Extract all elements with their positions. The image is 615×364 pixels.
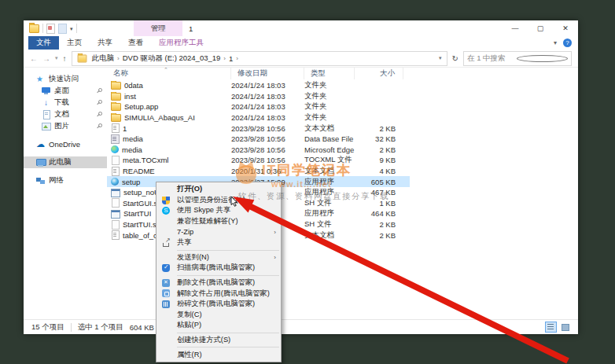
file-type: 应用程序 — [304, 187, 355, 197]
file-name: Setup.app — [124, 102, 158, 111]
file-date: 2023/9/28 10:56 — [231, 156, 304, 164]
selected-size: 604 KB — [130, 323, 154, 332]
sidebar-item-label: 网络 — [49, 175, 64, 186]
text-icon — [112, 167, 120, 176]
file-row[interactable]: meta.TOCxml2023/9/28 10:56TOCXML 文件9 KB — [107, 155, 578, 166]
scan-shield-icon — [162, 264, 170, 272]
context-menu-item[interactable]: 粉碎文件(腾讯电脑管家) — [157, 299, 281, 310]
refresh-icon[interactable]: ↻ — [447, 54, 463, 63]
search-input[interactable]: 在 1 中搜索 — [463, 51, 572, 66]
file-row[interactable]: media2023/9/28 10:56Microsoft Edge …2 KB — [107, 145, 578, 156]
title-bar: ▾ 管理 1 — ▢ ✕ — [24, 20, 578, 36]
sidebar-item[interactable]: 桌面 — [24, 85, 107, 97]
ribbon-tab[interactable]: 主页 — [59, 36, 90, 50]
context-menu-item[interactable]: 解除文件占用(腾讯电脑管家) — [157, 288, 281, 299]
file-row[interactable]: inst2024/1/24 18:03文件夹 — [107, 91, 578, 102]
text-icon — [112, 230, 120, 240]
file-type: SH 文件 — [304, 219, 355, 230]
context-menu-item[interactable]: 扫描病毒(腾讯电脑管家) — [157, 263, 281, 274]
file-row[interactable]: 0data2024/1/24 18:03文件夹 — [107, 80, 578, 91]
chevron-down-icon[interactable]: ▾ — [554, 39, 557, 46]
context-menu-item[interactable]: 兼容性疑难解答(Y) — [157, 216, 281, 227]
customize-qat-icon[interactable]: ▾ — [70, 26, 73, 31]
new-folder-icon[interactable] — [58, 24, 67, 34]
computer-icon — [36, 158, 45, 167]
manage-contextual-tab[interactable]: 管理 — [134, 20, 182, 36]
tab-file[interactable]: 文件 — [28, 36, 59, 50]
breadcrumb-segment[interactable]: DVD 驱动器 (E:) 2024_03_19 — [120, 53, 223, 64]
status-bar: 15 个项目 选中 1 个项目 604 KB — [24, 319, 578, 334]
file-icon — [112, 156, 120, 165]
details-view-button[interactable] — [545, 322, 557, 333]
sidebar-item[interactable]: 网络 — [24, 175, 107, 186]
ribbon-tab[interactable]: 查看 — [120, 36, 151, 50]
submenu-arrow-icon: › — [274, 229, 276, 236]
sidebar-item[interactable]: 文档 — [24, 108, 107, 120]
context-menu-item[interactable]: 创建快捷方式(S) — [157, 335, 281, 346]
file-name: StartTUI — [123, 209, 151, 218]
file-row[interactable]: media2023/9/28 10:56Data Base File32 KB — [107, 134, 578, 145]
sidebar-item[interactable]: ☁OneDrive — [24, 138, 107, 150]
context-menu-item[interactable]: 以管理员身份运行(A) — [157, 195, 281, 206]
sidebar-item[interactable]: 图片 — [24, 120, 107, 132]
maximize-button[interactable]: ▢ — [528, 20, 553, 36]
divider — [42, 24, 43, 33]
column-header-size[interactable]: 大小 — [355, 67, 403, 79]
ribbon-tabs: 文件 主页共享查看 应用程序工具 ▾ ? — [24, 36, 578, 50]
file-row[interactable]: README2020/1/31 0:36文本文档4 KB — [107, 166, 578, 177]
column-header-name[interactable]: ⌃ 名称 — [107, 67, 231, 79]
forward-icon[interactable]: → — [42, 54, 50, 63]
column-header-type[interactable]: 类型 — [304, 67, 355, 79]
context-menu-item[interactable]: 7-Zip› — [157, 226, 281, 237]
file-size: 2 KB — [355, 145, 403, 154]
context-menu-item[interactable]: 属性(R) — [157, 349, 281, 360]
search-placeholder: 在 1 中搜索 — [467, 53, 517, 64]
recent-locations-icon[interactable]: ▾ — [55, 55, 58, 61]
sidebar-item-label: 此电脑 — [49, 157, 72, 167]
thumbnail-view-button[interactable] — [559, 322, 571, 333]
tab-app-tools[interactable]: 应用程序工具 — [151, 36, 212, 50]
ribbon-tab-group: 主页共享查看 — [59, 36, 151, 50]
column-header-date[interactable]: 修改日期 — [231, 67, 304, 79]
file-row[interactable]: 12023/9/28 10:56文本文档2 KB — [107, 123, 578, 134]
context-menu-item[interactable]: 共享 — [157, 237, 281, 248]
pictures-icon — [42, 122, 50, 131]
file-size: 464 KB — [355, 209, 403, 218]
properties-icon[interactable] — [46, 24, 55, 34]
sidebar-item[interactable]: ↓下载 — [24, 97, 107, 108]
context-menu-item[interactable]: 使用 Skype 共享 — [157, 205, 281, 216]
help-icon[interactable]: ? — [563, 39, 572, 47]
close-button[interactable]: ✕ — [553, 20, 578, 36]
network-icon — [36, 176, 45, 185]
minimize-button[interactable]: — — [503, 20, 528, 36]
back-icon[interactable]: ← — [30, 54, 38, 63]
sidebar-item[interactable]: ★快速访问 — [24, 73, 107, 85]
file-size: 2 KB — [355, 124, 403, 133]
file-size: 9 KB — [355, 156, 403, 164]
context-menu-item[interactable]: 打开(O) — [157, 184, 281, 195]
breadcrumb-segment[interactable]: 此电脑 — [90, 53, 117, 64]
folder-icon[interactable] — [29, 24, 39, 33]
breadcrumb[interactable]: 此电脑›DVD 驱动器 (E:) 2024_03_19›1› ▾ — [72, 51, 447, 66]
file-row[interactable]: SIMULIA_Abaqus_AI2024/1/24 18:03文件夹 — [107, 112, 578, 123]
file-size: 1 KB — [355, 199, 403, 208]
file-row[interactable]: Setup.app2024/1/24 18:03文件夹 — [107, 101, 578, 112]
menu-separator — [177, 275, 279, 276]
divider — [76, 24, 77, 33]
up-icon[interactable]: ↑ — [63, 54, 67, 63]
context-menu-item[interactable]: 删除文件(腾讯电脑管家) — [157, 278, 281, 289]
navigation-pane: ★快速访问桌面↓下载文档图片☁OneDrive此电脑网络 — [24, 67, 107, 320]
breadcrumb-segment[interactable]: 1 — [226, 54, 235, 63]
menu-item-label: 兼容性疑难解答(Y) — [177, 216, 238, 226]
context-menu-item[interactable]: 粘贴(P) — [157, 320, 281, 331]
ribbon-tab[interactable]: 共享 — [90, 36, 120, 50]
address-dropdown-icon[interactable]: ▾ — [436, 55, 444, 61]
sidebar-item[interactable]: 此电脑 — [24, 156, 107, 168]
folder-icon — [111, 114, 121, 122]
file-name: setup — [122, 178, 140, 186]
onedrive-icon: ☁ — [36, 140, 45, 149]
context-menu-item[interactable]: 发送到(N)› — [157, 252, 281, 263]
context-menu-item[interactable]: 复制(C) — [157, 310, 281, 321]
file-type: SH 文件 — [304, 198, 355, 208]
file-type: 文本文档 — [304, 166, 355, 176]
